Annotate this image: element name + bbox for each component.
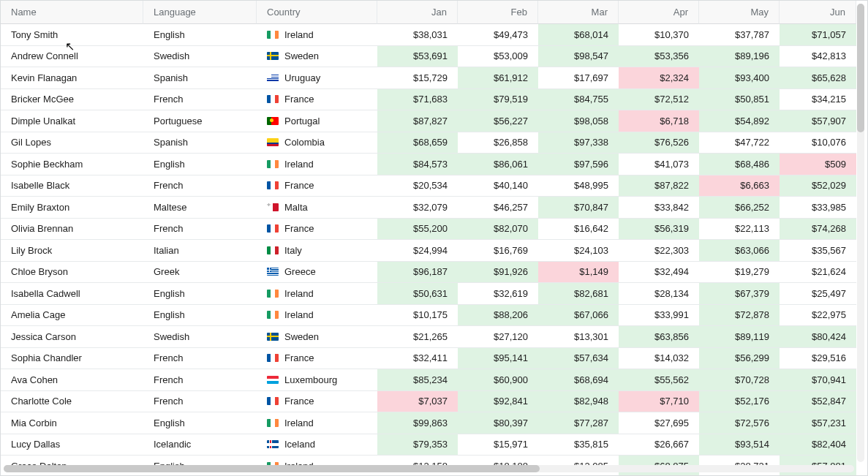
cell-feb[interactable]: $49,473 xyxy=(458,24,538,46)
cell-feb[interactable]: $27,120 xyxy=(458,326,538,348)
cell-apr[interactable]: $33,842 xyxy=(619,197,699,219)
cell-language[interactable]: French xyxy=(143,391,257,413)
cell-jan[interactable]: $21,265 xyxy=(377,326,458,348)
cell-feb[interactable]: $79,519 xyxy=(458,89,538,111)
cell-apr[interactable]: $10,370 xyxy=(619,24,699,46)
cell-language[interactable]: French xyxy=(143,175,257,197)
cell-jun[interactable]: $509 xyxy=(780,154,856,175)
cell-jan[interactable]: $50,631 xyxy=(377,283,458,305)
table-row[interactable]: Amelia CageEnglishIreland$10,175$88,206$… xyxy=(1,305,856,327)
cell-language[interactable]: Icelandic xyxy=(143,434,257,456)
cell-jun[interactable]: $25,497 xyxy=(780,283,856,305)
cell-name[interactable]: Emily Braxton xyxy=(1,197,143,219)
cell-jan[interactable]: $79,353 xyxy=(377,434,458,456)
cell-language[interactable]: Spanish xyxy=(143,67,257,89)
cell-mar[interactable]: $68,014 xyxy=(538,24,619,46)
cell-jan[interactable]: $87,827 xyxy=(377,110,458,132)
cell-name[interactable]: Sophia Chandler xyxy=(1,348,143,370)
cell-may[interactable]: $6,663 xyxy=(699,175,780,197)
cell-may[interactable]: $67,379 xyxy=(699,283,780,305)
cell-feb[interactable]: $32,619 xyxy=(458,283,538,305)
table-row[interactable]: Kevin FlanaganSpanishUruguay$15,729$61,9… xyxy=(1,67,856,89)
cell-language[interactable]: Portuguese xyxy=(143,110,257,132)
table-row[interactable]: Emily BraxtonMalteseMalta$32,079$46,257$… xyxy=(1,197,856,219)
cell-apr[interactable]: $76,526 xyxy=(619,132,699,154)
cell-may[interactable]: $54,892 xyxy=(699,110,780,132)
cell-may[interactable]: $72,878 xyxy=(699,305,780,327)
table-row[interactable]: Sophia ChandlerFrenchFrance$32,411$95,14… xyxy=(1,348,856,370)
cell-mar[interactable]: $13,301 xyxy=(538,326,619,348)
cell-country[interactable]: Uruguay xyxy=(257,67,377,89)
cell-jan[interactable]: $85,234 xyxy=(377,369,458,391)
cell-language[interactable]: English xyxy=(143,154,257,175)
cell-mar[interactable]: $16,642 xyxy=(538,219,619,241)
cell-mar[interactable]: $68,694 xyxy=(538,369,619,391)
cell-jun[interactable]: $71,057 xyxy=(780,24,856,46)
cell-mar[interactable]: $1,149 xyxy=(538,262,619,284)
cell-jun[interactable]: $22,975 xyxy=(780,305,856,327)
cell-mar[interactable]: $24,103 xyxy=(538,240,619,262)
cell-mar[interactable]: $35,815 xyxy=(538,434,619,456)
cell-may[interactable]: $70,728 xyxy=(699,369,780,391)
table-row[interactable]: Bricker McGeeFrenchFrance$71,683$79,519$… xyxy=(1,89,856,111)
cell-may[interactable]: $37,787 xyxy=(699,24,780,46)
cell-feb[interactable]: $82,070 xyxy=(458,219,538,241)
cell-may[interactable]: $72,576 xyxy=(699,412,780,434)
cell-jun[interactable]: $34,215 xyxy=(780,89,856,111)
cell-feb[interactable]: $26,858 xyxy=(458,132,538,154)
cell-name[interactable]: Lucy Dallas xyxy=(1,434,143,456)
cell-name[interactable]: Chloe Bryson xyxy=(1,262,143,284)
cell-jan[interactable]: $53,691 xyxy=(377,46,458,68)
cell-may[interactable]: $89,119 xyxy=(699,326,780,348)
cell-may[interactable]: $52,176 xyxy=(699,391,780,413)
cell-feb[interactable]: $60,900 xyxy=(458,369,538,391)
cell-may[interactable]: $19,279 xyxy=(699,262,780,284)
cell-apr[interactable]: $32,494 xyxy=(619,262,699,284)
cell-language[interactable]: English xyxy=(143,305,257,327)
cell-mar[interactable]: $98,547 xyxy=(538,46,619,68)
table-row[interactable]: Olivia BrennanFrenchFrance$55,200$82,070… xyxy=(1,219,856,241)
cell-feb[interactable]: $56,227 xyxy=(458,110,538,132)
table-row[interactable]: Tony SmithEnglishIreland$38,031$49,473$6… xyxy=(1,24,856,46)
cell-mar[interactable]: $84,755 xyxy=(538,89,619,111)
cell-feb[interactable]: $61,912 xyxy=(458,67,538,89)
cell-country[interactable]: Ireland xyxy=(257,24,377,46)
cell-jun[interactable]: $10,076 xyxy=(780,132,856,154)
cell-name[interactable]: Gil Lopes xyxy=(1,132,143,154)
cell-feb[interactable]: $92,841 xyxy=(458,391,538,413)
cell-jan[interactable]: $68,659 xyxy=(377,132,458,154)
col-header-may[interactable]: May xyxy=(699,1,780,24)
cell-jun[interactable]: $74,268 xyxy=(780,219,856,241)
cell-name[interactable]: Olivia Brennan xyxy=(1,219,143,241)
cell-apr[interactable]: $63,856 xyxy=(619,326,699,348)
table-row[interactable]: Lily BrockItalianItaly$24,994$16,769$24,… xyxy=(1,240,856,262)
cell-apr[interactable]: $14,032 xyxy=(619,348,699,370)
cell-country[interactable]: Ireland xyxy=(257,154,377,175)
cell-jan[interactable]: $55,200 xyxy=(377,219,458,241)
cell-apr[interactable]: $33,991 xyxy=(619,305,699,327)
horizontal-scrollbar-track[interactable] xyxy=(4,465,854,472)
cell-jun[interactable]: $70,941 xyxy=(780,369,856,391)
col-header-name[interactable]: Name xyxy=(1,1,143,24)
cell-jan[interactable]: $96,187 xyxy=(377,262,458,284)
cell-may[interactable]: $56,299 xyxy=(699,348,780,370)
cell-apr[interactable]: $6,718 xyxy=(619,110,699,132)
cell-feb[interactable]: $46,257 xyxy=(458,197,538,219)
cell-feb[interactable]: $40,140 xyxy=(458,175,538,197)
cell-country[interactable]: France xyxy=(257,175,377,197)
cell-apr[interactable]: $55,562 xyxy=(619,369,699,391)
cell-language[interactable]: English xyxy=(143,24,257,46)
cell-may[interactable]: $22,113 xyxy=(699,219,780,241)
cell-country[interactable]: Sweden xyxy=(257,46,377,68)
cell-name[interactable]: Andrew Connell xyxy=(1,46,143,68)
cell-jun[interactable]: $29,516 xyxy=(780,348,856,370)
cell-name[interactable]: Kevin Flanagan xyxy=(1,67,143,89)
cell-mar[interactable]: $48,995 xyxy=(538,175,619,197)
cell-name[interactable]: Jessica Carson xyxy=(1,326,143,348)
cell-apr[interactable]: $26,667 xyxy=(619,434,699,456)
cell-mar[interactable]: $77,287 xyxy=(538,412,619,434)
table-row[interactable]: Isabella CadwellEnglishIreland$50,631$32… xyxy=(1,283,856,305)
cell-name[interactable]: Isabelle Black xyxy=(1,175,143,197)
cell-language[interactable]: Swedish xyxy=(143,46,257,68)
cell-jun[interactable]: $52,847 xyxy=(780,391,856,413)
